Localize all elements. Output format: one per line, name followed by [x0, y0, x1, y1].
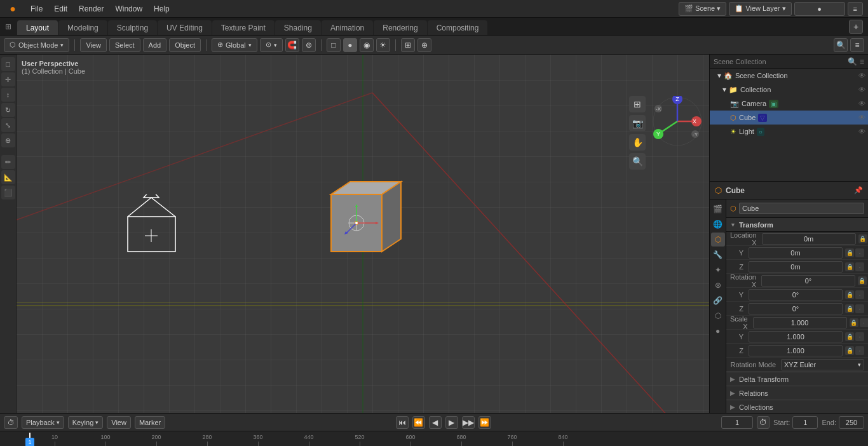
- tab-sculpting[interactable]: Sculpting: [108, 20, 157, 35]
- location-x-input[interactable]: [762, 233, 856, 245]
- fps-btn[interactable]: ⏱: [757, 416, 770, 429]
- outliner-item-cube[interactable]: ⬡ Cube ▽ 👁: [710, 111, 868, 125]
- view-grid-btn[interactable]: ⊞: [629, 96, 646, 112]
- menu-render[interactable]: Render: [74, 3, 109, 15]
- location-y-dot[interactable]: ·: [855, 248, 864, 257]
- object-menu[interactable]: Object: [169, 38, 201, 52]
- rotation-y-lock[interactable]: 🔒: [845, 290, 854, 299]
- view-camera-btn[interactable]: 📷: [629, 115, 646, 132]
- transform-tool[interactable]: ⊕: [1, 133, 15, 147]
- viewport-shading-solid[interactable]: ●: [343, 38, 357, 52]
- snap-btn[interactable]: 🧲: [285, 38, 299, 52]
- select-menu[interactable]: Select: [109, 38, 140, 52]
- tab-texture-paint[interactable]: Texture Paint: [212, 20, 275, 35]
- add-cube-tool[interactable]: ⬛: [1, 186, 15, 199]
- rotation-y-dot[interactable]: ·: [855, 290, 864, 299]
- tab-modeling[interactable]: Modeling: [58, 20, 107, 35]
- location-y-lock[interactable]: 🔒: [845, 248, 854, 257]
- prop-icon-physics[interactable]: ⊛: [711, 278, 725, 292]
- frame-ruler[interactable]: 10 100 200 280 360 440: [0, 431, 868, 446]
- viewport-3d[interactable]: User Perspective (1) Collection | Cube X…: [17, 55, 709, 413]
- scale-z-input[interactable]: [749, 345, 843, 356]
- scale-y-input[interactable]: [749, 331, 843, 342]
- outliner-item-collection[interactable]: ▾ 📁 Collection 👁: [710, 83, 868, 97]
- playback-menu[interactable]: Playback ▾: [22, 416, 64, 429]
- rotate-tool[interactable]: ↻: [1, 103, 15, 117]
- menu-file[interactable]: File: [25, 3, 48, 15]
- viewport-shading-render[interactable]: ☀: [376, 38, 390, 52]
- delta-transform-section[interactable]: ▶ Delta Transform: [726, 372, 868, 386]
- move-tool[interactable]: ↕: [1, 88, 15, 102]
- viewport-shading-material[interactable]: ◉: [360, 38, 374, 52]
- rotation-y-input[interactable]: [749, 289, 843, 301]
- add-menu[interactable]: Add: [143, 38, 167, 52]
- end-frame-input[interactable]: 250: [839, 416, 864, 429]
- light-eye[interactable]: 👁: [858, 128, 865, 135]
- transform-orientation[interactable]: ⊕ Global ▾: [212, 38, 257, 52]
- tab-rendering[interactable]: Rendering: [374, 20, 426, 35]
- prop-icon-modifiers[interactable]: 🔧: [711, 248, 725, 262]
- timeline-mode-icon[interactable]: ⏱: [4, 416, 18, 429]
- measure-tool[interactable]: 📐: [1, 170, 15, 184]
- keyframe-prev-btn[interactable]: ⏮: [396, 416, 409, 429]
- navigation-gizmo[interactable]: X Y Z -X -Y: [652, 96, 703, 147]
- scene-collection-eye[interactable]: 👁: [858, 72, 865, 79]
- outliner-item-scene-collection[interactable]: ▾ 🏠 Scene Collection 👁: [710, 69, 868, 83]
- tab-compositing[interactable]: Compositing: [428, 20, 488, 35]
- pivot-selector[interactable]: ⊙ ▾: [260, 38, 283, 52]
- gizmo-btn[interactable]: ⊕: [417, 38, 431, 52]
- tab-layout[interactable]: Layout: [17, 20, 58, 35]
- start-frame-input[interactable]: 1: [792, 416, 818, 429]
- location-y-input[interactable]: [749, 247, 843, 259]
- add-workspace-btn[interactable]: +: [849, 20, 863, 34]
- outliner-filter-icon[interactable]: 🔍: [848, 57, 857, 66]
- tab-animation[interactable]: Animation: [322, 20, 373, 35]
- camera-object[interactable]: [118, 194, 188, 273]
- outliner-item-light[interactable]: ☀ Light ○ 👁: [710, 125, 868, 139]
- prop-icon-object[interactable]: ⬡: [711, 233, 725, 247]
- scale-x-input[interactable]: [753, 317, 847, 328]
- rotation-z-dot[interactable]: ·: [855, 304, 864, 313]
- jump-end-btn[interactable]: ⏩: [478, 416, 491, 429]
- view-menu[interactable]: View: [80, 38, 107, 52]
- play-btn[interactable]: ▶: [445, 416, 458, 429]
- rotation-x-input[interactable]: [761, 275, 855, 287]
- scale-z-lock[interactable]: 🔒: [845, 346, 854, 355]
- marker-menu[interactable]: Marker: [135, 416, 165, 429]
- scale-tool[interactable]: ⤡: [1, 118, 15, 132]
- rotation-z-input[interactable]: [749, 303, 843, 314]
- scene-selector[interactable]: 🎬 Scene ▾: [679, 2, 726, 16]
- menu-help[interactable]: Help: [149, 3, 175, 15]
- search-btn[interactable]: 🔍: [834, 38, 848, 52]
- prop-icon-constraints[interactable]: 🔗: [711, 294, 725, 307]
- menu-window[interactable]: Window: [110, 3, 147, 15]
- tab-uv-editing[interactable]: UV Editing: [158, 20, 212, 35]
- rotation-z-lock[interactable]: 🔒: [845, 304, 854, 313]
- outliner-item-camera[interactable]: 📷 Camera ▣ 👁: [710, 97, 868, 111]
- select-box-tool[interactable]: □: [1, 57, 15, 71]
- location-z-lock[interactable]: 🔒: [845, 262, 854, 271]
- scale-x-dot[interactable]: ·: [860, 318, 868, 327]
- relations-section[interactable]: ▶ Relations: [726, 386, 868, 400]
- scale-z-dot[interactable]: ·: [855, 346, 864, 355]
- prop-icon-scene[interactable]: 🎬: [711, 202, 725, 216]
- current-frame-display[interactable]: 1: [721, 416, 753, 429]
- prop-icon-data[interactable]: ⬡: [711, 309, 725, 323]
- filter-btn[interactable]: ≡: [848, 2, 863, 16]
- scale-x-lock[interactable]: 🔒: [850, 318, 858, 327]
- view-hand-btn[interactable]: ✋: [629, 134, 646, 151]
- location-z-dot[interactable]: ·: [855, 262, 864, 271]
- keying-menu[interactable]: Keying ▾: [68, 416, 104, 429]
- step-back-btn[interactable]: ◀: [429, 416, 442, 429]
- menu-edit[interactable]: Edit: [49, 3, 72, 15]
- prop-icon-world[interactable]: 🌐: [711, 217, 725, 231]
- cube-object[interactable]: [309, 179, 410, 273]
- location-x-lock[interactable]: 🔒: [858, 234, 867, 243]
- tab-shading[interactable]: Shading: [275, 20, 321, 35]
- view-layer-selector[interactable]: 📋 View Layer ▾: [729, 2, 791, 16]
- collection-eye[interactable]: 👁: [858, 86, 865, 93]
- prop-icon-material[interactable]: ●: [711, 324, 725, 338]
- prop-icon-particles[interactable]: ✦: [711, 263, 725, 277]
- viewport-shading-wire[interactable]: □: [327, 38, 341, 52]
- location-z-input[interactable]: [749, 261, 843, 273]
